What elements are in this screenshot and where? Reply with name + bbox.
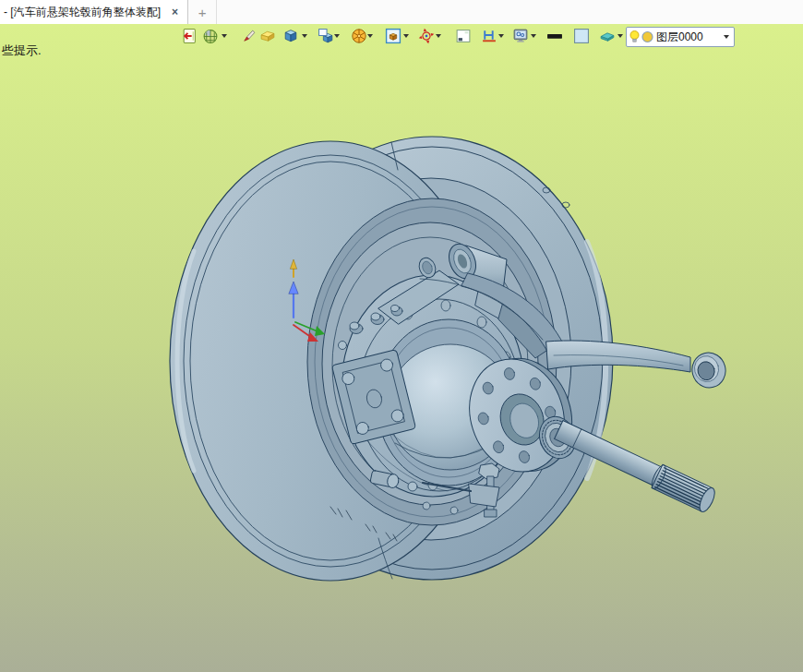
view-toolbar: 图层0000 [0,24,803,48]
layer-slab-dropdown[interactable] [617,34,623,38]
document-tab[interactable]: - [汽车前悬架轮毂前角整体装配] × [0,0,188,24]
document-tab-label: - [汽车前悬架轮毂前角整体装配] [4,5,161,20]
new-tab-button[interactable]: + [188,0,217,24]
shaded-cube-icon[interactable] [282,28,299,44]
ruler-dropdown[interactable] [498,34,504,38]
brush-icon[interactable] [240,28,257,44]
render-mode-dropdown[interactable] [222,34,227,38]
cad-application-window: - [汽车前悬架轮毂前角整体装配] × + 些提示. [0,0,803,672]
orbit-dropdown[interactable] [436,34,441,38]
render-mode-icon[interactable] [202,28,219,44]
isometric-slab-icon[interactable] [259,28,276,44]
layer-combo-dropdown[interactable] [724,35,729,39]
shaded-cube-dropdown[interactable] [302,34,307,38]
bulb-icon [629,30,641,44]
line-width-icon[interactable] [546,28,563,44]
color-swatch-icon[interactable] [573,28,590,44]
cube-window-icon[interactable] [318,28,334,44]
layer-combo[interactable]: 图层0000 [626,27,735,47]
wheel-pie-icon[interactable] [351,28,367,44]
wheel-pie-dropdown[interactable] [367,34,373,38]
display-panel-icon[interactable] [455,28,472,44]
cube-window-dropdown[interactable] [334,34,340,38]
layer-combo-value: 图层0000 [656,30,724,45]
framed-cube-zoom-icon[interactable] [385,28,402,44]
layer-color-icon [641,30,654,44]
layer-slab-icon[interactable] [599,28,616,44]
document-tab-bar: - [汽车前悬架轮毂前角整体装配] × + [0,0,803,24]
ruler-icon[interactable] [481,28,497,44]
exit-icon[interactable] [181,28,198,44]
wheel-hub-model[interactable] [0,24,803,672]
monitor-icon[interactable] [512,28,529,44]
orbit-locate-icon[interactable] [418,28,435,44]
monitor-dropdown[interactable] [531,34,536,38]
framed-cube-dropdown[interactable] [403,34,409,38]
tab-close-icon[interactable]: × [172,6,178,18]
viewport-canvas[interactable]: 些提示. [0,24,803,672]
